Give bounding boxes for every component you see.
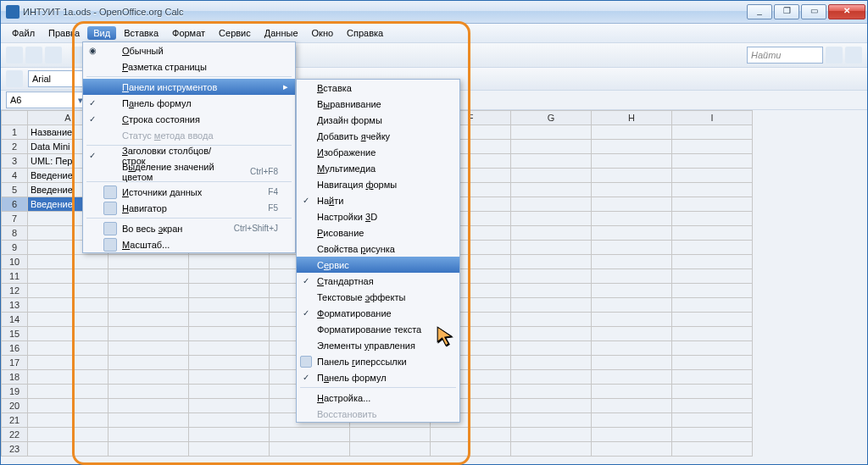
menu-данные[interactable]: Данные (259, 26, 304, 40)
cell[interactable] (511, 327, 592, 341)
menu-окно[interactable]: Окно (306, 26, 340, 40)
row-header[interactable]: 2 (2, 140, 28, 154)
toolbars-menu-item[interactable]: ✓Найти (297, 192, 459, 208)
menu-сервис[interactable]: Сервис (213, 26, 257, 40)
cell[interactable] (592, 269, 672, 284)
cell[interactable] (511, 428, 592, 442)
toolbars-menu-item[interactable]: Настройка... (297, 390, 459, 406)
cell[interactable] (592, 197, 672, 212)
cell[interactable] (511, 183, 592, 197)
cell[interactable] (28, 284, 108, 298)
cell[interactable] (108, 284, 189, 298)
cell[interactable] (592, 327, 672, 341)
cell[interactable] (108, 370, 189, 385)
cell[interactable] (592, 313, 672, 327)
cell[interactable] (431, 428, 511, 442)
minimize-button[interactable]: _ (747, 4, 772, 19)
cell[interactable] (511, 241, 592, 255)
cell[interactable] (108, 255, 189, 269)
row-header[interactable]: 12 (2, 284, 28, 298)
toolbars-menu-item[interactable]: Мультимедиа (297, 160, 459, 176)
toolbars-menu-item[interactable]: Дизайн формы (297, 112, 459, 128)
toolbars-menu-item[interactable]: Свойства рисунка (297, 241, 459, 257)
cell[interactable] (592, 370, 672, 385)
row-header[interactable]: 11 (2, 269, 28, 284)
toolbars-menu-item[interactable]: Вставка (297, 80, 459, 96)
cell[interactable] (350, 442, 431, 457)
cell[interactable] (108, 298, 189, 313)
cell[interactable] (189, 255, 270, 269)
cell[interactable] (108, 356, 189, 370)
cell[interactable] (511, 284, 592, 298)
find-input[interactable]: Найти (747, 47, 823, 64)
toolbars-menu-item[interactable]: Сервис (297, 257, 459, 273)
menu-файл[interactable]: Файл (6, 26, 41, 40)
row-header[interactable]: 4 (2, 169, 28, 183)
maximize-button[interactable]: ▭ (801, 4, 826, 19)
view-menu-item[interactable]: Панели инструментов▸ (83, 79, 295, 95)
cell[interactable] (189, 327, 270, 341)
toolbars-menu-item[interactable]: Настройки 3D (297, 208, 459, 224)
cell[interactable] (189, 399, 270, 413)
view-menu-item[interactable]: Масштаб... (83, 236, 295, 252)
cell[interactable] (511, 413, 592, 428)
cell[interactable] (189, 284, 270, 298)
row-header[interactable]: 10 (2, 255, 28, 269)
cell[interactable] (511, 169, 592, 183)
cell[interactable] (511, 313, 592, 327)
cell[interactable] (108, 413, 189, 428)
cell[interactable] (672, 226, 753, 241)
cell[interactable] (592, 183, 672, 197)
cell[interactable] (672, 356, 753, 370)
cell[interactable] (511, 212, 592, 226)
view-menu-item[interactable]: ◉Обычный (83, 42, 295, 58)
cell[interactable] (672, 241, 753, 255)
cell[interactable] (28, 385, 108, 399)
cell[interactable] (108, 269, 189, 284)
menu-формат[interactable]: Формат (166, 26, 211, 40)
cell[interactable] (28, 413, 108, 428)
row-header[interactable]: 9 (2, 241, 28, 255)
cell[interactable] (592, 298, 672, 313)
cell[interactable] (672, 298, 753, 313)
cell[interactable] (511, 385, 592, 399)
cell[interactable] (511, 125, 592, 140)
cell[interactable] (672, 399, 753, 413)
cell[interactable] (189, 313, 270, 327)
cell[interactable] (108, 341, 189, 356)
cell[interactable] (511, 298, 592, 313)
view-menu-item[interactable]: Выделение значений цветомCtrl+F8 (83, 163, 295, 180)
row-header[interactable]: 19 (2, 385, 28, 399)
cell[interactable] (672, 385, 753, 399)
open-icon[interactable] (25, 47, 42, 64)
cell[interactable] (592, 125, 672, 140)
row-header[interactable]: 1 (2, 125, 28, 140)
toolbars-menu-item[interactable]: Навигация формы (297, 176, 459, 192)
cell[interactable] (592, 413, 672, 428)
cell[interactable] (672, 413, 753, 428)
cell[interactable] (189, 385, 270, 399)
view-menu-item[interactable]: НавигаторF5 (83, 200, 295, 216)
view-menu-item[interactable]: Источники данныхF4 (83, 184, 295, 200)
row-header[interactable]: 14 (2, 313, 28, 327)
view-menu-item[interactable]: ✓Панель формул (83, 95, 295, 111)
cell[interactable] (672, 284, 753, 298)
cell[interactable] (592, 140, 672, 154)
cell[interactable] (592, 356, 672, 370)
row-header[interactable]: 16 (2, 341, 28, 356)
toolbars-menu-item[interactable]: Добавить ячейку (297, 128, 459, 144)
cell[interactable] (189, 442, 270, 457)
row-header[interactable]: 22 (2, 428, 28, 442)
cell[interactable] (189, 298, 270, 313)
cell[interactable] (270, 442, 350, 457)
cell[interactable] (672, 313, 753, 327)
cell[interactable] (28, 327, 108, 341)
cell[interactable] (189, 370, 270, 385)
new-icon[interactable] (6, 47, 23, 64)
cell[interactable] (672, 269, 753, 284)
toolbars-menu-item[interactable]: ✓Стандартная (297, 273, 459, 289)
restore-button[interactable]: ❐ (774, 4, 799, 19)
cell[interactable] (672, 183, 753, 197)
row-header[interactable]: 3 (2, 154, 28, 169)
cell[interactable] (672, 255, 753, 269)
